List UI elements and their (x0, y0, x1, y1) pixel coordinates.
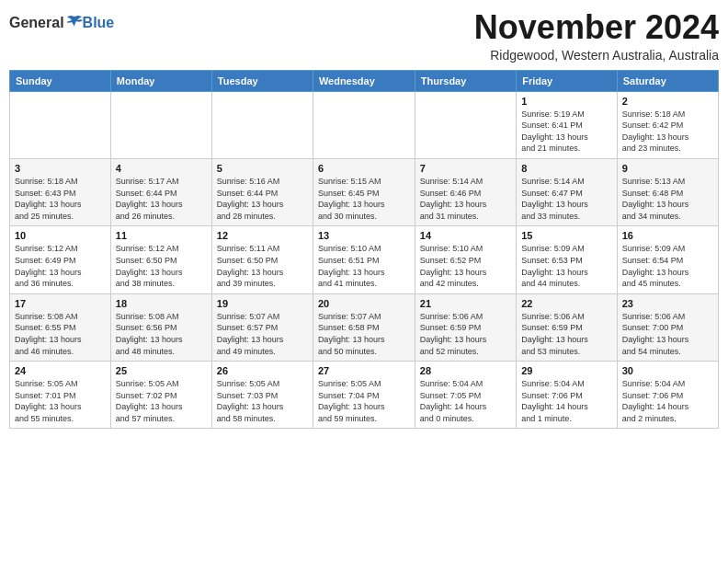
day-info: Sunrise: 5:06 AMSunset: 6:59 PMDaylight:… (420, 311, 511, 357)
table-row (211, 91, 313, 158)
day-number: 23 (622, 298, 713, 309)
table-row: 28Sunrise: 5:04 AMSunset: 7:05 PMDayligh… (415, 362, 516, 429)
day-info: Sunrise: 5:14 AMSunset: 6:46 PMDaylight:… (420, 176, 511, 222)
table-row (10, 91, 111, 158)
table-row: 10Sunrise: 5:12 AMSunset: 6:49 PMDayligh… (10, 226, 111, 293)
calendar-table: SundayMondayTuesdayWednesdayThursdayFrid… (9, 70, 719, 430)
day-number: 2 (622, 96, 713, 107)
calendar-week-row: 1Sunrise: 5:19 AMSunset: 6:41 PMDaylight… (10, 91, 719, 158)
day-info: Sunrise: 5:05 AMSunset: 7:02 PMDaylight:… (116, 378, 207, 424)
table-row: 5Sunrise: 5:16 AMSunset: 6:44 PMDaylight… (211, 158, 313, 225)
day-number: 26 (217, 365, 308, 376)
calendar-header-thursday: Thursday (415, 70, 516, 91)
table-row: 25Sunrise: 5:05 AMSunset: 7:02 PMDayligh… (110, 362, 211, 429)
day-number: 5 (217, 163, 308, 174)
table-row: 17Sunrise: 5:08 AMSunset: 6:55 PMDayligh… (10, 293, 111, 361)
calendar-header-wednesday: Wednesday (313, 70, 415, 91)
day-info: Sunrise: 5:06 AMSunset: 7:00 PMDaylight:… (622, 311, 713, 357)
logo-general-text: General (9, 15, 64, 31)
month-title: November 2024 (474, 9, 719, 46)
calendar-week-row: 3Sunrise: 5:18 AMSunset: 6:43 PMDaylight… (10, 158, 719, 225)
day-info: Sunrise: 5:07 AMSunset: 6:58 PMDaylight:… (318, 311, 410, 357)
day-info: Sunrise: 5:08 AMSunset: 6:56 PMDaylight:… (116, 311, 207, 357)
day-number: 19 (217, 298, 308, 309)
day-info: Sunrise: 5:08 AMSunset: 6:55 PMDaylight:… (15, 311, 106, 357)
day-number: 9 (622, 163, 713, 174)
day-number: 14 (420, 230, 511, 241)
day-number: 24 (15, 365, 106, 376)
table-row: 18Sunrise: 5:08 AMSunset: 6:56 PMDayligh… (110, 293, 211, 361)
table-row: 15Sunrise: 5:09 AMSunset: 6:53 PMDayligh… (517, 226, 618, 293)
location-text: Ridgewood, Western Australia, Australia (474, 48, 719, 63)
logo-blue-text: Blue (83, 15, 115, 31)
table-row: 12Sunrise: 5:11 AMSunset: 6:50 PMDayligh… (211, 226, 313, 293)
day-number: 15 (521, 230, 612, 241)
day-number: 17 (15, 298, 106, 309)
title-area: November 2024 Ridgewood, Western Austral… (474, 9, 719, 63)
day-number: 11 (116, 230, 207, 241)
table-row: 26Sunrise: 5:05 AMSunset: 7:03 PMDayligh… (211, 362, 313, 429)
day-number: 25 (116, 365, 207, 376)
table-row: 22Sunrise: 5:06 AMSunset: 6:59 PMDayligh… (517, 293, 618, 361)
day-info: Sunrise: 5:09 AMSunset: 6:54 PMDaylight:… (622, 243, 713, 289)
day-number: 29 (521, 365, 612, 376)
table-row: 14Sunrise: 5:10 AMSunset: 6:52 PMDayligh… (415, 226, 516, 293)
day-info: Sunrise: 5:04 AMSunset: 7:06 PMDaylight:… (521, 378, 612, 424)
day-info: Sunrise: 5:19 AMSunset: 6:41 PMDaylight:… (521, 109, 612, 155)
calendar-week-row: 10Sunrise: 5:12 AMSunset: 6:49 PMDayligh… (10, 226, 719, 293)
day-info: Sunrise: 5:04 AMSunset: 7:06 PMDaylight:… (622, 378, 713, 424)
table-row: 1Sunrise: 5:19 AMSunset: 6:41 PMDaylight… (517, 91, 618, 158)
day-number: 4 (116, 163, 207, 174)
table-row: 21Sunrise: 5:06 AMSunset: 6:59 PMDayligh… (415, 293, 516, 361)
day-number: 7 (420, 163, 511, 174)
table-row: 30Sunrise: 5:04 AMSunset: 7:06 PMDayligh… (617, 362, 718, 429)
table-row (415, 91, 516, 158)
day-number: 28 (420, 365, 511, 376)
calendar-header-saturday: Saturday (617, 70, 718, 91)
day-number: 8 (521, 163, 612, 174)
day-number: 18 (116, 298, 207, 309)
logo: General Blue (9, 15, 114, 31)
day-info: Sunrise: 5:07 AMSunset: 6:57 PMDaylight:… (217, 311, 308, 357)
calendar-header-tuesday: Tuesday (211, 70, 313, 91)
day-number: 6 (318, 163, 410, 174)
table-row: 11Sunrise: 5:12 AMSunset: 6:50 PMDayligh… (110, 226, 211, 293)
day-info: Sunrise: 5:12 AMSunset: 6:49 PMDaylight:… (15, 243, 106, 289)
day-info: Sunrise: 5:05 AMSunset: 7:03 PMDaylight:… (217, 378, 308, 424)
table-row: 23Sunrise: 5:06 AMSunset: 7:00 PMDayligh… (617, 293, 718, 361)
day-info: Sunrise: 5:14 AMSunset: 6:47 PMDaylight:… (521, 176, 612, 222)
day-info: Sunrise: 5:04 AMSunset: 7:05 PMDaylight:… (420, 378, 511, 424)
calendar-header-friday: Friday (517, 70, 618, 91)
calendar-header-sunday: Sunday (10, 70, 111, 91)
table-row: 20Sunrise: 5:07 AMSunset: 6:58 PMDayligh… (313, 293, 415, 361)
table-row: 4Sunrise: 5:17 AMSunset: 6:44 PMDaylight… (110, 158, 211, 225)
table-row: 16Sunrise: 5:09 AMSunset: 6:54 PMDayligh… (617, 226, 718, 293)
day-info: Sunrise: 5:11 AMSunset: 6:50 PMDaylight:… (217, 243, 308, 289)
day-number: 10 (15, 230, 106, 241)
day-info: Sunrise: 5:12 AMSunset: 6:50 PMDaylight:… (116, 243, 207, 289)
day-number: 1 (521, 96, 612, 107)
calendar-header-monday: Monday (110, 70, 211, 91)
table-row: 24Sunrise: 5:05 AMSunset: 7:01 PMDayligh… (10, 362, 111, 429)
table-row: 9Sunrise: 5:13 AMSunset: 6:48 PMDaylight… (617, 158, 718, 225)
day-number: 21 (420, 298, 511, 309)
table-row: 29Sunrise: 5:04 AMSunset: 7:06 PMDayligh… (517, 362, 618, 429)
page-header: General Blue November 2024 Ridgewood, We… (9, 9, 719, 63)
table-row: 19Sunrise: 5:07 AMSunset: 6:57 PMDayligh… (211, 293, 313, 361)
table-row: 3Sunrise: 5:18 AMSunset: 6:43 PMDaylight… (10, 158, 111, 225)
calendar-week-row: 17Sunrise: 5:08 AMSunset: 6:55 PMDayligh… (10, 293, 719, 361)
table-row (110, 91, 211, 158)
table-row: 2Sunrise: 5:18 AMSunset: 6:42 PMDaylight… (617, 91, 718, 158)
day-number: 20 (318, 298, 410, 309)
calendar-header-row: SundayMondayTuesdayWednesdayThursdayFrid… (10, 70, 719, 91)
day-info: Sunrise: 5:10 AMSunset: 6:52 PMDaylight:… (420, 243, 511, 289)
table-row: 13Sunrise: 5:10 AMSunset: 6:51 PMDayligh… (313, 226, 415, 293)
calendar-week-row: 24Sunrise: 5:05 AMSunset: 7:01 PMDayligh… (10, 362, 719, 429)
day-info: Sunrise: 5:18 AMSunset: 6:43 PMDaylight:… (15, 176, 106, 222)
day-info: Sunrise: 5:16 AMSunset: 6:44 PMDaylight:… (217, 176, 308, 222)
day-number: 16 (622, 230, 713, 241)
day-info: Sunrise: 5:17 AMSunset: 6:44 PMDaylight:… (116, 176, 207, 222)
table-row: 27Sunrise: 5:05 AMSunset: 7:04 PMDayligh… (313, 362, 415, 429)
logo-bird-icon (66, 15, 83, 29)
day-info: Sunrise: 5:06 AMSunset: 6:59 PMDaylight:… (521, 311, 612, 357)
